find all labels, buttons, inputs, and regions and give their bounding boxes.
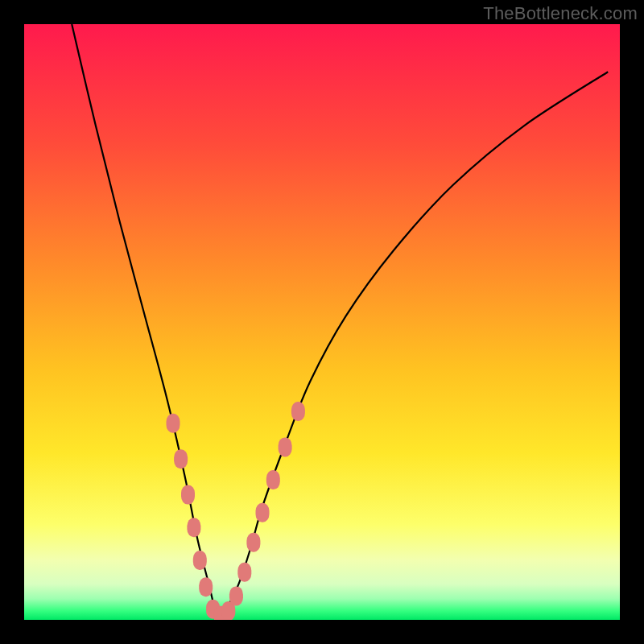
curve-marker [193, 551, 207, 570]
curve-marker [279, 437, 292, 456]
curve-marker [266, 470, 280, 489]
curve-marker [237, 563, 251, 582]
curve-marker [256, 503, 270, 522]
curve-marker [187, 518, 200, 537]
watermark-text: TheBottleneck.com [483, 3, 638, 24]
curve-marker [229, 586, 243, 605]
curve-markers [167, 402, 305, 620]
plot-area [24, 24, 620, 620]
chart-stage: TheBottleneck.com [0, 0, 644, 644]
curve-marker [167, 414, 180, 433]
curve-layer [24, 24, 620, 620]
curve-marker [174, 449, 188, 469]
curve-marker [181, 485, 195, 505]
curve-marker [246, 533, 260, 552]
curve-marker [291, 402, 305, 421]
curve-marker [199, 577, 213, 597]
bottleneck-curve-path [72, 24, 608, 618]
